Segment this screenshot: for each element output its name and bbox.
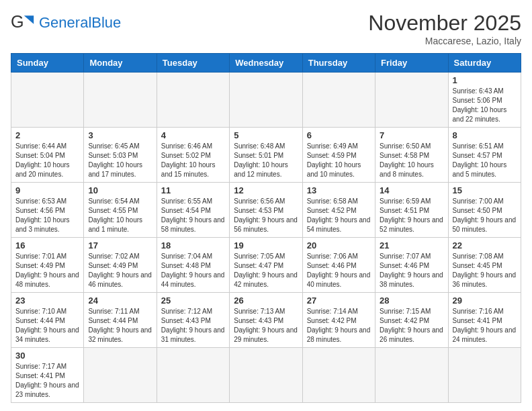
calendar-cell <box>448 348 521 403</box>
calendar-header-row: SundayMondayTuesdayWednesdayThursdayFrid… <box>11 54 521 73</box>
calendar-cell <box>302 348 375 403</box>
calendar-cell: 18Sunrise: 7:04 AM Sunset: 4:48 PM Dayli… <box>157 238 229 293</box>
calendar-cell: 22Sunrise: 7:08 AM Sunset: 4:45 PM Dayli… <box>448 238 521 293</box>
day-number: 9 <box>15 185 79 195</box>
calendar-cell: 5Sunrise: 6:48 AM Sunset: 5:01 PM Daylig… <box>230 128 302 183</box>
day-info: Sunrise: 7:04 AM Sunset: 4:48 PM Dayligh… <box>161 252 225 289</box>
calendar-cell: 6Sunrise: 6:49 AM Sunset: 4:59 PM Daylig… <box>302 128 375 183</box>
calendar-cell: 1Sunrise: 6:43 AM Sunset: 5:06 PM Daylig… <box>448 73 521 128</box>
calendar-cell <box>375 73 448 128</box>
day-number: 29 <box>453 295 517 306</box>
day-number: 13 <box>307 185 371 195</box>
day-number: 26 <box>234 295 298 306</box>
calendar-cell <box>230 348 302 403</box>
calendar-cell: 27Sunrise: 7:14 AM Sunset: 4:42 PM Dayli… <box>302 293 375 348</box>
calendar-cell <box>157 348 229 403</box>
day-number: 5 <box>234 130 298 140</box>
day-info: Sunrise: 7:01 AM Sunset: 4:49 PM Dayligh… <box>15 252 79 289</box>
column-header-monday: Monday <box>84 54 157 73</box>
calendar-week-6: 30Sunrise: 7:17 AM Sunset: 4:41 PM Dayli… <box>11 348 521 403</box>
calendar-cell <box>375 348 448 403</box>
day-number: 28 <box>380 295 443 306</box>
day-info: Sunrise: 6:49 AM Sunset: 4:59 PM Dayligh… <box>307 142 371 179</box>
calendar-week-1: 1Sunrise: 6:43 AM Sunset: 5:06 PM Daylig… <box>11 73 521 128</box>
day-info: Sunrise: 6:53 AM Sunset: 4:56 PM Dayligh… <box>15 197 79 234</box>
calendar-cell: 23Sunrise: 7:10 AM Sunset: 4:44 PM Dayli… <box>11 293 84 348</box>
day-number: 7 <box>380 130 443 140</box>
calendar-cell: 13Sunrise: 6:58 AM Sunset: 4:52 PM Dayli… <box>302 183 375 238</box>
day-number: 12 <box>234 185 298 195</box>
calendar-cell <box>84 348 157 403</box>
day-number: 30 <box>15 351 79 361</box>
day-number: 16 <box>15 240 79 250</box>
day-info: Sunrise: 6:45 AM Sunset: 5:03 PM Dayligh… <box>88 142 152 179</box>
day-info: Sunrise: 7:17 AM Sunset: 4:41 PM Dayligh… <box>15 362 79 400</box>
day-number: 10 <box>88 185 152 195</box>
day-info: Sunrise: 7:11 AM Sunset: 4:44 PM Dayligh… <box>88 307 152 345</box>
calendar-cell: 29Sunrise: 7:16 AM Sunset: 4:41 PM Dayli… <box>448 293 521 348</box>
day-info: Sunrise: 7:12 AM Sunset: 4:43 PM Dayligh… <box>161 307 225 345</box>
svg-text:G: G <box>11 12 24 31</box>
column-header-sunday: Sunday <box>11 54 84 73</box>
column-header-friday: Friday <box>375 54 448 73</box>
day-number: 3 <box>88 130 152 140</box>
calendar-cell: 4Sunrise: 6:46 AM Sunset: 5:02 PM Daylig… <box>157 128 229 183</box>
day-number: 20 <box>307 240 371 250</box>
day-info: Sunrise: 7:00 AM Sunset: 4:50 PM Dayligh… <box>453 197 517 234</box>
calendar-cell: 15Sunrise: 7:00 AM Sunset: 4:50 PM Dayli… <box>448 183 521 238</box>
day-number: 2 <box>15 130 79 140</box>
day-info: Sunrise: 7:08 AM Sunset: 4:45 PM Dayligh… <box>453 252 517 289</box>
day-info: Sunrise: 7:16 AM Sunset: 4:41 PM Dayligh… <box>453 307 517 345</box>
day-number: 17 <box>88 240 152 250</box>
day-info: Sunrise: 7:05 AM Sunset: 4:47 PM Dayligh… <box>234 252 298 289</box>
calendar-cell: 26Sunrise: 7:13 AM Sunset: 4:43 PM Dayli… <box>230 293 302 348</box>
month-title: November 2025 <box>368 11 521 36</box>
day-info: Sunrise: 6:59 AM Sunset: 4:51 PM Dayligh… <box>380 197 443 234</box>
calendar-cell: 25Sunrise: 7:12 AM Sunset: 4:43 PM Dayli… <box>157 293 229 348</box>
day-info: Sunrise: 6:48 AM Sunset: 5:01 PM Dayligh… <box>234 142 298 179</box>
day-info: Sunrise: 6:54 AM Sunset: 4:55 PM Dayligh… <box>88 197 152 234</box>
day-info: Sunrise: 7:06 AM Sunset: 4:46 PM Dayligh… <box>307 252 371 289</box>
svg-marker-1 <box>24 15 34 24</box>
calendar-week-4: 16Sunrise: 7:01 AM Sunset: 4:49 PM Dayli… <box>11 238 521 293</box>
calendar-week-3: 9Sunrise: 6:53 AM Sunset: 4:56 PM Daylig… <box>11 183 521 238</box>
day-number: 24 <box>88 295 152 306</box>
calendar-cell: 12Sunrise: 6:56 AM Sunset: 4:53 PM Dayli… <box>230 183 302 238</box>
calendar-cell: 19Sunrise: 7:05 AM Sunset: 4:47 PM Dayli… <box>230 238 302 293</box>
calendar-cell: 9Sunrise: 6:53 AM Sunset: 4:56 PM Daylig… <box>11 183 84 238</box>
day-info: Sunrise: 6:44 AM Sunset: 5:04 PM Dayligh… <box>15 142 79 179</box>
column-header-wednesday: Wednesday <box>230 54 302 73</box>
calendar-cell <box>302 73 375 128</box>
day-number: 22 <box>453 240 517 250</box>
day-number: 8 <box>453 130 517 140</box>
day-number: 19 <box>234 240 298 250</box>
column-header-thursday: Thursday <box>302 54 375 73</box>
calendar-cell <box>230 73 302 128</box>
calendar-week-5: 23Sunrise: 7:10 AM Sunset: 4:44 PM Dayli… <box>11 293 521 348</box>
calendar-cell: 11Sunrise: 6:55 AM Sunset: 4:54 PM Dayli… <box>157 183 229 238</box>
day-info: Sunrise: 6:56 AM Sunset: 4:53 PM Dayligh… <box>234 197 298 234</box>
day-number: 6 <box>307 130 371 140</box>
day-info: Sunrise: 7:14 AM Sunset: 4:42 PM Dayligh… <box>307 307 371 345</box>
calendar-cell <box>157 73 229 128</box>
calendar-week-2: 2Sunrise: 6:44 AM Sunset: 5:04 PM Daylig… <box>11 128 521 183</box>
day-info: Sunrise: 6:46 AM Sunset: 5:02 PM Dayligh… <box>161 142 225 179</box>
calendar-cell: 24Sunrise: 7:11 AM Sunset: 4:44 PM Dayli… <box>84 293 157 348</box>
day-info: Sunrise: 6:55 AM Sunset: 4:54 PM Dayligh… <box>161 197 225 234</box>
page-header: G GeneralBlue November 2025 Maccarese, L… <box>11 11 521 46</box>
calendar-cell: 16Sunrise: 7:01 AM Sunset: 4:49 PM Dayli… <box>11 238 84 293</box>
calendar-cell: 2Sunrise: 6:44 AM Sunset: 5:04 PM Daylig… <box>11 128 84 183</box>
calendar-cell: 17Sunrise: 7:02 AM Sunset: 4:49 PM Dayli… <box>84 238 157 293</box>
calendar-table: SundayMondayTuesdayWednesdayThursdayFrid… <box>11 53 521 403</box>
column-header-saturday: Saturday <box>448 54 521 73</box>
day-number: 25 <box>161 295 225 306</box>
day-number: 11 <box>161 185 225 195</box>
day-number: 1 <box>453 75 517 85</box>
day-info: Sunrise: 7:07 AM Sunset: 4:46 PM Dayligh… <box>380 252 443 289</box>
logo: G GeneralBlue <box>11 11 121 35</box>
day-number: 23 <box>15 295 79 306</box>
calendar-cell: 30Sunrise: 7:17 AM Sunset: 4:41 PM Dayli… <box>11 348 84 403</box>
calendar-cell: 10Sunrise: 6:54 AM Sunset: 4:55 PM Dayli… <box>84 183 157 238</box>
day-info: Sunrise: 7:13 AM Sunset: 4:43 PM Dayligh… <box>234 307 298 345</box>
day-number: 27 <box>307 295 371 306</box>
